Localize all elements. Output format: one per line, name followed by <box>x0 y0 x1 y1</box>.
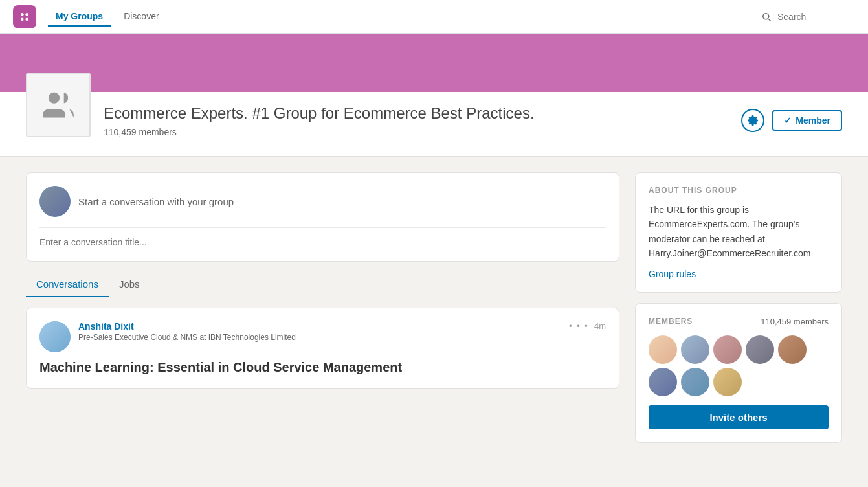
group-actions: ✓ Member <box>741 104 842 132</box>
about-text: The URL for this group is EcommerceExper… <box>649 203 829 261</box>
svg-point-2 <box>21 17 24 21</box>
member-avatar[interactable] <box>713 368 742 396</box>
main-feed: Start a conversation with your group Con… <box>26 172 619 453</box>
tab-jobs[interactable]: Jobs <box>109 272 150 297</box>
author-avatar-image <box>39 321 71 352</box>
svg-point-3 <box>25 17 28 21</box>
post-box-top: Start a conversation with your group <box>39 186 606 228</box>
svg-point-0 <box>21 13 24 16</box>
members-count: 110,459 members <box>761 317 829 326</box>
member-avatar[interactable] <box>681 368 709 396</box>
main-layout: Start a conversation with your group Con… <box>0 157 868 469</box>
invite-others-button[interactable]: Invite others <box>649 405 829 429</box>
group-header: Ecommerce Experts. #1 Group for Ecommerc… <box>0 92 868 157</box>
group-rules-link[interactable]: Group rules <box>649 269 829 279</box>
member-avatar[interactable] <box>649 368 677 396</box>
group-info: Ecommerce Experts. #1 Group for Ecommerc… <box>104 98 741 137</box>
nav-discover[interactable]: Discover <box>116 7 166 27</box>
post-meta: • • • 4m <box>569 321 606 331</box>
post-start-placeholder[interactable]: Start a conversation with your group <box>78 196 234 207</box>
current-user-avatar <box>39 186 71 217</box>
member-button[interactable]: ✓ Member <box>772 110 842 131</box>
about-section: ABOUT THIS GROUP The URL for this group … <box>635 172 842 293</box>
post-title[interactable]: Machine Learning: Essential in Cloud Ser… <box>39 360 606 375</box>
tab-conversations[interactable]: Conversations <box>26 272 109 297</box>
member-avatar[interactable] <box>746 335 774 364</box>
top-navigation: My Groups Discover <box>0 0 868 34</box>
search-input[interactable] <box>777 12 855 22</box>
member-checkmark: ✓ <box>784 115 792 126</box>
post-card-header: Anshita Dixit Pre-Sales Executive Cloud … <box>39 321 606 352</box>
nav-my-groups[interactable]: My Groups <box>48 7 111 27</box>
svg-point-4 <box>49 92 60 103</box>
post-title-input[interactable] <box>39 228 606 247</box>
post-author-name[interactable]: Anshita Dixit <box>78 321 561 332</box>
post-user-info: Anshita Dixit Pre-Sales Executive Cloud … <box>78 321 561 342</box>
post-author-avatar <box>39 321 71 352</box>
feed-tabs: Conversations Jobs <box>26 272 619 297</box>
search-area <box>761 11 855 23</box>
member-avatar[interactable] <box>778 335 807 364</box>
member-label: Member <box>796 115 830 126</box>
post-options-button[interactable]: • • • <box>569 321 589 331</box>
group-avatar-icon <box>41 88 75 122</box>
members-section: MEMBERS 110,459 members Invite others <box>635 303 842 443</box>
post-author-title: Pre-Sales Executive Cloud & NMS at IBN T… <box>78 333 561 342</box>
post-time-ago: 4m <box>594 321 606 331</box>
logo-icon <box>17 10 32 24</box>
avatar-image <box>39 186 71 217</box>
group-avatar <box>26 73 91 137</box>
members-header: MEMBERS 110,459 members <box>649 317 829 326</box>
post-card: Anshita Dixit Pre-Sales Executive Cloud … <box>26 308 619 389</box>
group-members-count: 110,459 members <box>104 127 741 137</box>
members-avatars-list <box>649 335 829 396</box>
nav-links: My Groups Discover <box>48 7 167 27</box>
member-avatar[interactable] <box>713 335 742 364</box>
about-section-title: ABOUT THIS GROUP <box>649 186 829 195</box>
svg-point-1 <box>25 13 28 16</box>
app-logo <box>13 5 36 28</box>
member-avatar[interactable] <box>649 335 677 364</box>
member-avatar[interactable] <box>681 335 709 364</box>
search-icon <box>761 11 772 23</box>
group-title: Ecommerce Experts. #1 Group for Ecommerc… <box>104 103 621 123</box>
group-banner <box>0 34 868 92</box>
members-section-title: MEMBERS <box>649 317 693 326</box>
post-creation-box: Start a conversation with your group <box>26 172 619 262</box>
sidebar: ABOUT THIS GROUP The URL for this group … <box>635 172 842 453</box>
settings-button[interactable] <box>741 109 764 132</box>
gear-icon <box>747 115 759 126</box>
